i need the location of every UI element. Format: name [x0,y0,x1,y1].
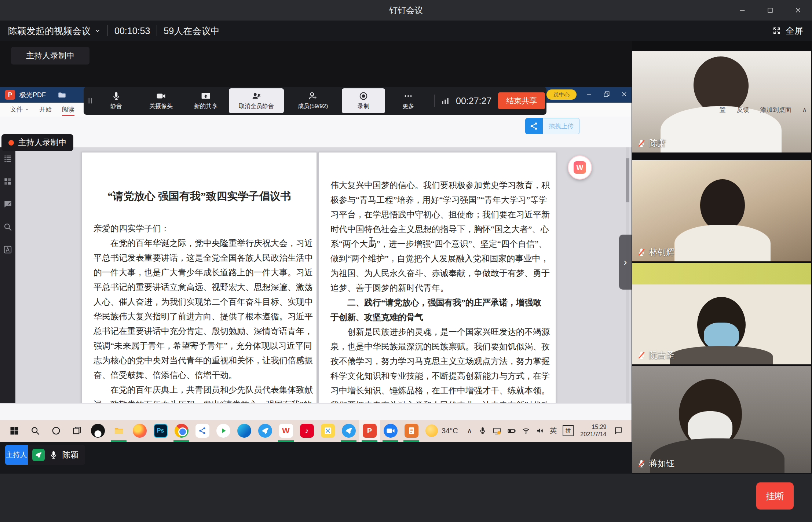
pdf-menu-文件[interactable]: 文件 [10,103,29,117]
tray-battery-icon[interactable] [507,426,516,435]
pdf-app-name: 极光PDF [19,91,46,99]
pdf-menu-right: 置反馈添加到桌面∧ [720,103,807,117]
video-tile-2[interactable]: 林钊辉 [632,160,811,261]
participant-name: 陈萧 [649,137,666,149]
tray-cast-icon[interactable] [493,426,501,435]
taskbar-file-explorer-icon[interactable] [108,420,129,442]
pdf-menu-反馈[interactable]: 反馈 [737,106,749,114]
comment-icon[interactable] [3,199,12,209]
document-body: 创新是民族进步的灵魂，是一个国家兴旺发达的不竭源泉，也是中华民族最深沉的民族禀赋… [319,325,556,403]
start-icon [9,426,19,436]
video-tile-3[interactable]: 阮吉圣 [632,263,811,364]
document-line: 孜不倦学习，努力学习马克思主义立场观点方法，努力掌握 [319,354,556,369]
pdf-minimize-icon[interactable] [585,91,593,98]
taskbar-qq-icon[interactable] [87,420,108,442]
meeting-control-bar: ▾ 取消静音 ▾ 开摄像头 ▾ 邀请 成员(92) 共享 会议录制 切换视图 更… [0,474,812,522]
taskbar-start-icon[interactable] [4,420,25,442]
tray-wifi-icon[interactable] [522,427,530,435]
share-toolbar-camera-button[interactable]: 关摄像头 [139,88,183,113]
taskbar-wps-icon[interactable]: W [275,420,296,442]
share-toolbar-record-button[interactable]: 录制 [342,88,385,113]
camera-icon [156,91,166,101]
meeting-title-dropdown[interactable]: 陈颖发起的视频会议 [8,25,101,37]
pdf-float-widget-button[interactable]: W [568,155,592,180]
share-toolbar-share-screen-button[interactable]: 新的共享 [184,88,227,113]
taskbar-dingtalk-2-icon[interactable] [338,420,359,442]
pdf-statusbar: 1 / 3 102% ▾ [0,403,632,420]
taskbar-jiguang-pdf-icon[interactable]: P [359,420,380,442]
close-button[interactable] [784,0,812,21]
document-line: 华民族伟大复兴指明了前进方向、提供了根本遵循。习近平 [82,309,317,324]
taskbar-icons: Ps W ♪ P [4,420,422,442]
taskbar-chrome-icon[interactable] [171,420,192,442]
participant-name: 林钊辉 [649,246,674,258]
clock[interactable]: 15:29 2021/7/14 [580,423,606,438]
taskbar-netease-music-icon[interactable]: ♪ [296,420,317,442]
folder-open-icon[interactable] [58,91,66,99]
document-page-1[interactable]: “请党放心 强国有我”致四实学子倡议书 亲爱的四实学子们： 在党的百年华诞之际，… [81,152,317,403]
taskbar-snip-tool-icon[interactable] [317,420,338,442]
document-page-2[interactable]: 伟大复兴中国梦的信心。我们要积极参加党史学习教育，积极参与“青马工程”培养，用好… [318,152,556,403]
weather-icon[interactable] [425,424,438,437]
taskbar-netdisk-icon[interactable] [192,420,213,442]
document-heading: 二、践行“请党放心，强国有我”的庄严承诺，增强敢于创新、攻坚克难的骨气 [319,295,556,325]
taskbar-dingtalk-icon[interactable] [255,420,275,442]
video-tile-4[interactable]: 蒋如钰 [632,366,811,473]
document-line: 志为核心的党中央对当代青年的重视和关怀，让我们倍感振 [82,353,317,368]
taskbar-cortana-icon[interactable] [45,420,66,442]
language-indicator[interactable]: 英 [550,426,557,435]
taskbar-doc-orange-icon[interactable] [401,420,422,442]
taskbar-firefox-icon[interactable] [129,420,150,442]
weather-temp[interactable]: 34°C [442,427,458,435]
mic-muted-icon [637,459,646,468]
taskbar-meeting-camera-icon[interactable] [380,420,401,442]
dingtalk-2-icon [344,426,353,435]
taskbar-search-icon[interactable] [25,420,45,442]
share-toolbar-mute-all-button[interactable]: 取消全员静音 [229,88,284,113]
text-tool-icon[interactable] [3,245,12,254]
drag-upload-button[interactable]: 拖拽上传 [525,118,580,134]
outline-icon[interactable] [3,154,12,163]
share-toolbar-more-dots-button[interactable]: 更多 [387,88,430,113]
pdf-menu-开始[interactable]: 开始 [39,103,52,117]
pdf-restore-icon[interactable] [603,91,610,98]
document-line: 词，致敬党的百年奋斗历程，发出“请党放心，强国有我”的 [82,397,317,403]
hangup-button[interactable]: 挂断 [756,482,794,510]
thumbnail-icon[interactable] [3,177,12,186]
search-icon[interactable] [3,222,12,232]
participant-name-chip: 陈萧 [637,137,666,149]
maximize-button[interactable] [756,0,784,21]
pdf-close-icon[interactable] [621,91,628,98]
minimize-button[interactable] [728,0,756,21]
presenter-chip: 主持人 陈颖 [5,445,85,465]
scrollbar-thumb[interactable] [626,158,629,202]
pdf-menu-∧[interactable]: ∧ [802,106,807,114]
fullscreen-button[interactable]: 全屏 [772,21,803,41]
pdf-menu-阅读[interactable]: 阅读 [62,103,74,117]
member-center-badge[interactable]: 员中心 [546,89,577,100]
taskbar-edge-icon[interactable] [234,420,255,442]
pdf-menu-置[interactable]: 置 [720,106,726,114]
document-line: 科学文化知识和专业技能，不断提高创新能力与方式，在学 [319,369,556,383]
taskbar-photoshop-icon[interactable]: Ps [150,420,171,442]
document-line: 人心、催人奋进，为我们实现第二个百年奋斗目标、实现中 [82,295,317,309]
divider [157,25,157,36]
panel-expand-arrow[interactable]: › [619,235,632,290]
end-share-button[interactable]: 结束共享 [498,92,545,109]
notification-icon[interactable] [614,426,623,435]
tray-mic-icon[interactable] [479,427,487,435]
tray-expand-caret[interactable]: ∧ [467,426,472,435]
pdf-content-area: “请党放心 强国有我”致四实学子倡议书 亲爱的四实学子们： 在党的百年华诞之际，… [15,147,632,403]
ime-indicator[interactable]: 拼 [563,425,574,436]
presenter-name: 陈颖 [62,449,78,460]
share-toolbar-member-add-button[interactable]: 成员(59/92) [285,88,340,113]
drag-handle-icon[interactable] [86,95,94,106]
pdf-menu-添加到桌面[interactable]: 添加到桌面 [760,106,791,114]
network-signal-icon [440,96,450,106]
tray-speaker-icon[interactable] [536,427,544,435]
dingtalk-green-icon [32,449,45,461]
taskbar-task-view-icon[interactable] [66,420,87,442]
taskbar-tencent-video-icon[interactable] [213,420,234,442]
share-toolbar-mic-button[interactable]: 静音 [95,88,138,113]
video-tile-1[interactable]: 陈萧 [632,51,811,152]
